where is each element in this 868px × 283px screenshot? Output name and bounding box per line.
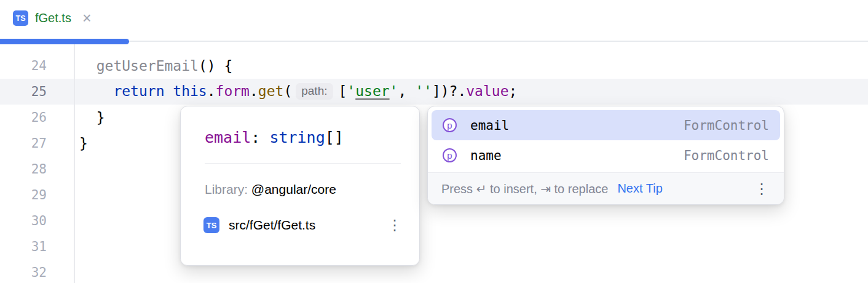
code-line[interactable]: 31	[0, 234, 868, 260]
close-tab-icon[interactable]: ×	[82, 10, 92, 26]
library-label: Library:	[205, 182, 248, 196]
code-line[interactable]: 32	[0, 260, 868, 283]
code-token	[79, 58, 97, 74]
code-token: getUserEmail	[97, 58, 199, 74]
inline-parameter-hint: path:	[296, 83, 333, 100]
line-number[interactable]: 26	[0, 110, 74, 125]
code-line[interactable]: 25 return this.form.get(path:['user', ''…	[0, 79, 868, 105]
typescript-file-icon: TS	[203, 217, 219, 233]
doc-file-row[interactable]: TS src/fGet/fGet.ts ⋮	[203, 217, 402, 233]
line-number[interactable]: 24	[0, 58, 74, 73]
code-token: value	[466, 83, 508, 99]
code-text[interactable]: }	[74, 135, 88, 151]
library-value: @angular/core	[248, 182, 336, 196]
completion-item-type: FormControl	[684, 148, 769, 163]
code-token: :	[251, 129, 269, 146]
code-text[interactable]: }	[74, 110, 105, 126]
next-tip-link[interactable]: Next Tip	[617, 181, 662, 196]
code-token: '	[347, 83, 355, 99]
quick-documentation-popup: email: string[] Library: @angular/core T…	[180, 106, 420, 266]
tab-label: fGet.ts	[35, 11, 71, 25]
code-line[interactable]: 24 getUserEmail() {	[0, 53, 868, 79]
kebab-menu-icon[interactable]: ⋮	[754, 181, 769, 196]
completion-item-type: FormControl	[684, 118, 769, 133]
code-text[interactable]: return this.form.get(path:['user', ''])?…	[74, 83, 517, 101]
tab-fget-ts[interactable]: TS fGet.ts ×	[13, 10, 92, 26]
code-token: .	[250, 83, 258, 99]
property-icon: p	[443, 148, 457, 162]
code-token: email	[205, 129, 251, 146]
code-token: ''	[415, 83, 432, 99]
line-number[interactable]: 25	[0, 84, 74, 99]
line-number[interactable]: 27	[0, 136, 74, 151]
tab-bar: TS fGet.ts ×	[0, 0, 868, 44]
line-number[interactable]: 29	[0, 188, 74, 202]
property-icon: p	[443, 118, 457, 132]
completion-item-label: name	[470, 148, 502, 163]
code-token: '	[390, 83, 398, 99]
code-line[interactable]: 30	[0, 208, 868, 234]
code-token: get	[258, 83, 284, 99]
completion-item-email[interactable]: pemailFormControl	[432, 110, 780, 140]
tab-bar-border	[0, 41, 868, 42]
code-token: return	[113, 83, 173, 99]
code-token: [	[339, 83, 347, 99]
line-number[interactable]: 28	[0, 162, 74, 177]
code-token: form	[216, 83, 250, 99]
code-token: () {	[199, 58, 232, 74]
code-token: string	[269, 129, 325, 146]
completion-item-name[interactable]: pnameFormControl	[432, 140, 780, 170]
code-text[interactable]: getUserEmail() {	[74, 58, 232, 74]
kebab-menu-icon[interactable]: ⋮	[387, 218, 402, 233]
gutter-divider	[74, 44, 75, 283]
typescript-file-icon: TS	[13, 10, 28, 26]
completion-hint-text: Press ↵ to insert, ⇥ to replace	[441, 181, 608, 196]
code-token: ;	[509, 83, 518, 99]
doc-library-row: Library: @angular/core	[205, 182, 401, 197]
doc-divider	[205, 163, 401, 164]
code-token: (	[283, 83, 292, 99]
code-token: ])?.	[432, 83, 466, 99]
code-token: user	[355, 83, 389, 99]
code-token: }	[79, 110, 105, 126]
doc-signature: email: string[]	[205, 129, 401, 146]
code-token: }	[79, 135, 88, 151]
line-number[interactable]: 31	[0, 239, 74, 254]
active-tab-underline	[0, 39, 129, 44]
code-completion-popup: pemailFormControlpnameFormControl Press …	[427, 106, 784, 205]
code-token: .	[207, 83, 216, 99]
line-number[interactable]: 32	[0, 265, 74, 280]
line-number[interactable]: 30	[0, 213, 74, 228]
file-path-link[interactable]: src/fGet/fGet.ts	[229, 218, 315, 233]
code-token: ,	[398, 83, 415, 99]
code-token: this	[173, 83, 207, 99]
code-token	[79, 83, 113, 99]
completion-list: pemailFormControlpnameFormControl	[428, 106, 784, 170]
completion-item-label: email	[470, 118, 509, 133]
completion-footer: Press ↵ to insert, ⇥ to replace Next Tip…	[428, 172, 784, 204]
code-token: []	[325, 129, 344, 146]
